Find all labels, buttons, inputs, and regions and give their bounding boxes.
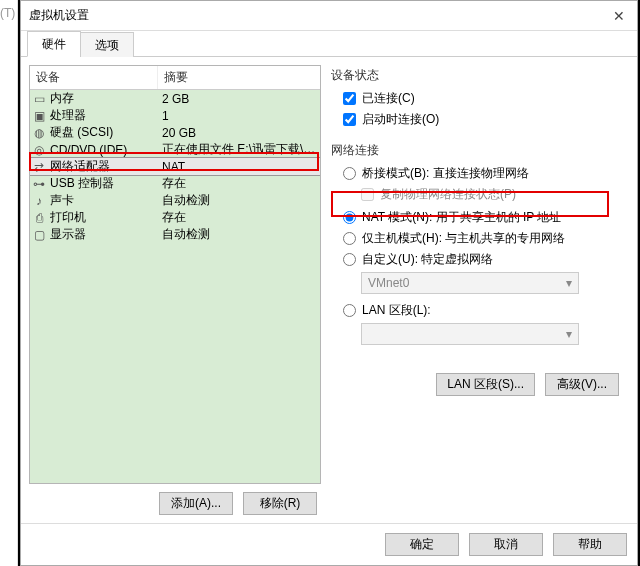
remove-button[interactable]: 移除(R) [243, 492, 317, 515]
bridged-radio[interactable]: 桥接模式(B): 直接连接物理网络 [343, 165, 623, 182]
device-row[interactable]: ▣处理器1 [30, 107, 320, 124]
device-row[interactable]: ⇄网络适配器NAT [30, 158, 320, 175]
hostonly-radio[interactable]: 仅主机模式(H): 与主机共享的专用网络 [343, 230, 623, 247]
lan-segment-radio-input[interactable] [343, 304, 356, 317]
device-name: 硬盘 (SCSI) [48, 124, 158, 141]
nat-radio[interactable]: NAT 模式(N): 用于共享主机的 IP 地址 [343, 209, 623, 226]
memory-icon: ▭ [30, 92, 48, 106]
lan-segments-button[interactable]: LAN 区段(S)... [436, 373, 535, 396]
device-summary: 自动检测 [158, 192, 320, 209]
connected-checkbox[interactable]: 已连接(C) [343, 90, 623, 107]
custom-radio[interactable]: 自定义(U): 特定虚拟网络 [343, 251, 623, 268]
tab-hardware[interactable]: 硬件 [27, 31, 81, 57]
custom-label: 自定义(U): 特定虚拟网络 [362, 251, 493, 268]
device-row[interactable]: ⎙打印机存在 [30, 209, 320, 226]
right-button-row: LAN 区段(S)... 高级(V)... [331, 373, 623, 396]
device-summary: 存在 [158, 209, 320, 226]
close-icon[interactable]: ✕ [609, 8, 629, 24]
vmnet-value: VMnet0 [368, 276, 409, 290]
device-name: USB 控制器 [48, 175, 158, 192]
device-summary: 2 GB [158, 92, 320, 106]
custom-radio-input[interactable] [343, 253, 356, 266]
device-name: 声卡 [48, 192, 158, 209]
outer-label: (T) [0, 6, 15, 20]
device-row[interactable]: ▢显示器自动检测 [30, 226, 320, 243]
dialog-footer: 确定 取消 帮助 [21, 523, 637, 565]
lan-segment-select: ▾ [361, 323, 579, 345]
lan-segment-label: LAN 区段(L): [362, 302, 431, 319]
bridged-label: 桥接模式(B): 直接连接物理网络 [362, 165, 529, 182]
vm-settings-dialog: 虚拟机设置 ✕ 硬件 选项 设备 摘要 ▭内存2 GB▣处理器1◍硬盘 (SCS… [20, 0, 638, 566]
chevron-down-icon: ▾ [566, 327, 572, 341]
device-list-header: 设备 摘要 [30, 66, 320, 90]
tab-bar: 硬件 选项 [21, 31, 637, 57]
header-summary: 摘要 [158, 66, 320, 89]
device-list[interactable]: 设备 摘要 ▭内存2 GB▣处理器1◍硬盘 (SCSI)20 GB◎CD/DVD… [29, 65, 321, 484]
tab-options[interactable]: 选项 [80, 32, 134, 57]
bridged-radio-input[interactable] [343, 167, 356, 180]
sound-icon: ♪ [30, 194, 48, 208]
hdd-icon: ◍ [30, 126, 48, 140]
device-name: CD/DVD (IDE) [48, 143, 158, 157]
replicate-label: 复制物理网络连接状态(P) [380, 186, 516, 203]
hostonly-radio-input[interactable] [343, 232, 356, 245]
nat-radio-input[interactable] [343, 211, 356, 224]
display-icon: ▢ [30, 228, 48, 242]
nat-label: NAT 模式(N): 用于共享主机的 IP 地址 [362, 209, 561, 226]
device-summary: NAT [158, 160, 320, 174]
cpu-icon: ▣ [30, 109, 48, 123]
cd-icon: ◎ [30, 143, 48, 157]
device-summary: 正在使用文件 E:\迅雷下载\Cen... [158, 141, 320, 158]
help-button[interactable]: 帮助 [553, 533, 627, 556]
nic-icon: ⇄ [30, 160, 48, 174]
replicate-checkbox: 复制物理网络连接状态(P) [361, 186, 623, 203]
network-title: 网络连接 [331, 142, 623, 159]
device-name: 网络适配器 [48, 158, 158, 175]
device-name: 处理器 [48, 107, 158, 124]
dialog-title: 虚拟机设置 [29, 7, 609, 24]
add-button[interactable]: 添加(A)... [159, 492, 233, 515]
device-summary: 自动检测 [158, 226, 320, 243]
status-group-title: 设备状态 [331, 67, 623, 84]
chevron-down-icon: ▾ [566, 276, 572, 290]
device-name: 打印机 [48, 209, 158, 226]
ok-button[interactable]: 确定 [385, 533, 459, 556]
device-summary: 1 [158, 109, 320, 123]
cancel-button[interactable]: 取消 [469, 533, 543, 556]
device-summary: 20 GB [158, 126, 320, 140]
device-status-group: 设备状态 已连接(C) 启动时连接(O) [331, 67, 623, 128]
printer-icon: ⎙ [30, 211, 48, 225]
replicate-checkbox-input [361, 188, 374, 201]
hardware-left-panel: 设备 摘要 ▭内存2 GB▣处理器1◍硬盘 (SCSI)20 GB◎CD/DVD… [29, 65, 321, 515]
connected-label: 已连接(C) [362, 90, 415, 107]
connected-checkbox-input[interactable] [343, 92, 356, 105]
device-name: 内存 [48, 90, 158, 107]
device-summary: 存在 [158, 175, 320, 192]
usb-icon: ⊶ [30, 177, 48, 191]
hardware-right-panel: 设备状态 已连接(C) 启动时连接(O) 网络连接 桥接模式(B): 直接连接物… [331, 65, 629, 515]
titlebar: 虚拟机设置 ✕ [21, 1, 637, 31]
outer-sidebar: (T) [0, 0, 18, 566]
device-row[interactable]: ♪声卡自动检测 [30, 192, 320, 209]
vmnet-select: VMnet0 ▾ [361, 272, 579, 294]
hostonly-label: 仅主机模式(H): 与主机共享的专用网络 [362, 230, 565, 247]
connect-at-poweron-label: 启动时连接(O) [362, 111, 439, 128]
header-device: 设备 [30, 66, 158, 89]
device-name: 显示器 [48, 226, 158, 243]
device-row[interactable]: ◎CD/DVD (IDE)正在使用文件 E:\迅雷下载\Cen... [30, 141, 320, 158]
device-row[interactable]: ▭内存2 GB [30, 90, 320, 107]
left-button-row: 添加(A)... 移除(R) [29, 484, 321, 515]
device-row[interactable]: ⊶USB 控制器存在 [30, 175, 320, 192]
connect-at-poweron-input[interactable] [343, 113, 356, 126]
device-row[interactable]: ◍硬盘 (SCSI)20 GB [30, 124, 320, 141]
advanced-button[interactable]: 高级(V)... [545, 373, 619, 396]
network-connection-group: 网络连接 桥接模式(B): 直接连接物理网络 复制物理网络连接状态(P) NAT… [331, 142, 623, 345]
connect-at-poweron-checkbox[interactable]: 启动时连接(O) [343, 111, 623, 128]
lan-segment-radio[interactable]: LAN 区段(L): [343, 302, 623, 319]
